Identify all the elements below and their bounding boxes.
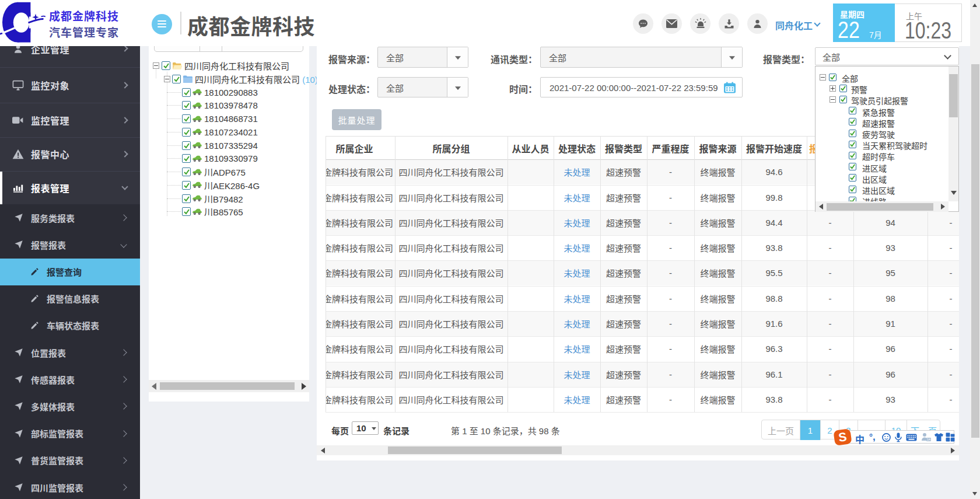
svg-text:14: 14 [927, 438, 930, 441]
